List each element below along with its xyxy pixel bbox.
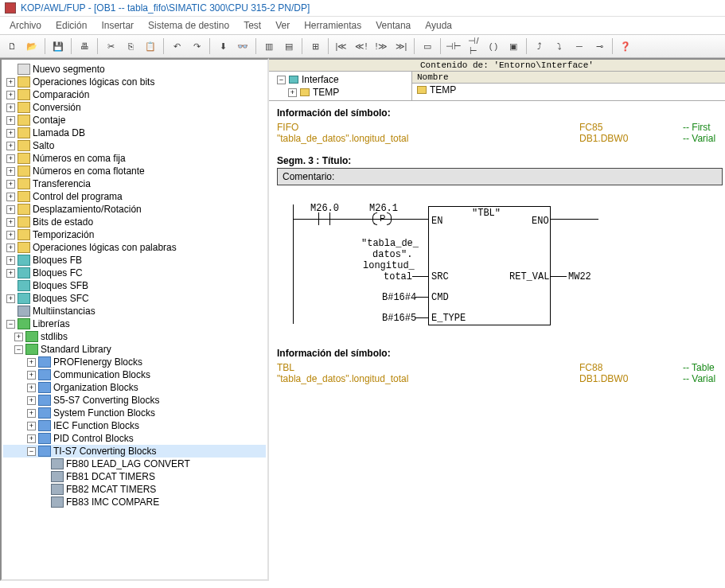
- expand-icon[interactable]: +: [6, 193, 15, 201]
- tree-nuevo-segmento[interactable]: Nuevo segmento: [3, 63, 266, 76]
- interface-tree[interactable]: −Interface +TEMP: [269, 72, 412, 100]
- save-button[interactable]: 💾: [49, 37, 67, 55]
- expand-icon[interactable]: +: [288, 88, 297, 97]
- collapse-icon[interactable]: −: [27, 447, 36, 456]
- tree-op-log-palabras[interactable]: +Operaciones lógicas con palabras: [3, 241, 266, 254]
- expand-icon[interactable]: +: [6, 91, 15, 99]
- tree-conversion[interactable]: +Conversión: [3, 101, 266, 114]
- expand-icon[interactable]: +: [27, 422, 36, 430]
- branch-open-button[interactable]: ⤴: [531, 37, 548, 55]
- tree-multiinstancias[interactable]: Multiinstancias: [3, 305, 266, 317]
- tree-bloques-fb[interactable]: +Bloques FB: [3, 254, 266, 267]
- tree-coma-fija[interactable]: +Números en coma fija: [3, 152, 266, 165]
- expand-icon[interactable]: +: [6, 116, 15, 125]
- tree-tis7[interactable]: −TI-S7 Converting Blocks: [3, 445, 266, 458]
- expand-icon[interactable]: +: [27, 384, 36, 392]
- copy-button[interactable]: ⎘: [122, 37, 139, 55]
- library-tree[interactable]: Nuevo segmento +Operaciones lógicas con …: [2, 60, 267, 579]
- next-button[interactable]: !≫: [372, 37, 390, 55]
- expand-icon[interactable]: +: [6, 154, 15, 163]
- cut-button[interactable]: ✂: [102, 37, 119, 55]
- tree-ctrl-programa[interactable]: +Control del programa: [3, 190, 266, 203]
- tree-org-blocks[interactable]: +Organization Blocks: [3, 381, 266, 394]
- tree-librerias[interactable]: −Librerías: [3, 317, 266, 330]
- monitor-button[interactable]: 👓: [234, 37, 251, 55]
- expand-icon[interactable]: +: [6, 269, 15, 278]
- new-button[interactable]: 🗋: [3, 37, 21, 55]
- collapse-icon[interactable]: −: [277, 76, 286, 84]
- branch-close-button[interactable]: ⤵: [551, 37, 568, 55]
- comment-box[interactable]: Comentario:: [277, 168, 723, 185]
- first-button[interactable]: |≪: [333, 37, 350, 55]
- tree-standard-library[interactable]: −Standard Library: [3, 343, 266, 356]
- tree-s5s7[interactable]: +S5-S7 Converting Blocks: [3, 394, 266, 407]
- tree-bloques-fc[interactable]: +Bloques FC: [3, 267, 266, 279]
- expand-icon[interactable]: +: [27, 434, 36, 443]
- menu-insertar[interactable]: Insertar: [95, 18, 140, 33]
- expand-icon[interactable]: +: [14, 333, 23, 341]
- prev-button[interactable]: ≪!: [353, 37, 370, 55]
- expand-icon[interactable]: +: [6, 129, 15, 138]
- paste-button[interactable]: 📋: [142, 37, 159, 55]
- tree-fb82[interactable]: FB82 MCAT TIMERS: [3, 483, 266, 496]
- tree-coma-flotante[interactable]: +Números en coma flotante: [3, 165, 266, 177]
- print-button[interactable]: 🖶: [76, 37, 93, 55]
- tree-temporizacion[interactable]: +Temporización: [3, 228, 266, 241]
- tree-transferencia[interactable]: +Transferencia: [3, 177, 266, 190]
- menu-ayuda[interactable]: Ayuda: [419, 18, 458, 33]
- catalog-button[interactable]: ▥: [260, 37, 278, 55]
- expand-icon[interactable]: +: [6, 205, 15, 214]
- redo-button[interactable]: ↷: [188, 37, 205, 55]
- contact-no-button[interactable]: ⊣⊢: [445, 37, 462, 55]
- menu-herramientas[interactable]: Herramientas: [298, 18, 368, 33]
- expand-icon[interactable]: +: [27, 409, 36, 418]
- contact-nc-button[interactable]: ⊣/⊢: [465, 37, 482, 55]
- expand-icon[interactable]: +: [6, 243, 15, 252]
- tree-op-log-bits[interactable]: +Operaciones lógicas con bits: [3, 76, 266, 88]
- expand-icon[interactable]: +: [6, 294, 15, 303]
- collapse-icon[interactable]: −: [6, 320, 15, 329]
- conn-button[interactable]: ─: [571, 37, 588, 55]
- open-button[interactable]: 📂: [23, 37, 41, 55]
- menu-archivo[interactable]: Archivo: [3, 18, 48, 33]
- expand-icon[interactable]: +: [6, 167, 15, 176]
- expand-icon[interactable]: +: [6, 256, 15, 265]
- neg-button[interactable]: ⊸: [591, 37, 608, 55]
- expand-icon[interactable]: +: [6, 78, 15, 87]
- row-temp[interactable]: TEMP: [412, 84, 725, 96]
- tree-llamada-db[interactable]: +Llamada DB: [3, 127, 266, 139]
- last-button[interactable]: ≫|: [392, 37, 410, 55]
- undo-button[interactable]: ↶: [168, 37, 185, 55]
- coil-button[interactable]: ( ): [485, 37, 502, 55]
- expand-icon[interactable]: +: [27, 358, 36, 367]
- tree-fb80[interactable]: FB80 LEAD_LAG CONVERT: [3, 458, 266, 470]
- tree-bloques-sfc[interactable]: +Bloques SFC: [3, 292, 266, 305]
- expand-icon[interactable]: +: [6, 231, 15, 239]
- detail-button[interactable]: ▤: [280, 37, 298, 55]
- tree-desplazamiento[interactable]: +Desplazamiento/Rotación: [3, 203, 266, 216]
- tree-fb81[interactable]: FB81 DCAT TIMERS: [3, 470, 266, 483]
- expand-icon[interactable]: +: [6, 142, 15, 150]
- network-button[interactable]: ⊞: [306, 37, 324, 55]
- expand-icon[interactable]: +: [6, 180, 15, 189]
- expand-icon[interactable]: +: [27, 396, 36, 405]
- expand-icon[interactable]: +: [6, 218, 15, 227]
- collapse-icon[interactable]: −: [14, 345, 23, 354]
- ladder-editor[interactable]: Información del símbolo: FIFO FC85 -- Fi…: [269, 101, 725, 581]
- tree-salto[interactable]: +Salto: [3, 139, 266, 152]
- download-button[interactable]: ⬇: [214, 37, 232, 55]
- tree-iec[interactable]: +IEC Function Blocks: [3, 419, 266, 432]
- view-box-button[interactable]: ▭: [419, 37, 436, 55]
- tree-comm-blocks[interactable]: +Communication Blocks: [3, 368, 266, 381]
- tree-sysfn[interactable]: +System Function Blocks: [3, 407, 266, 419]
- menu-ver[interactable]: Ver: [269, 18, 296, 33]
- help-button[interactable]: ❓: [617, 37, 634, 55]
- tree-bits-estado[interactable]: +Bits de estado: [3, 216, 266, 228]
- menu-sistema[interactable]: Sistema de destino: [142, 18, 236, 33]
- expand-icon[interactable]: +: [6, 103, 15, 112]
- menu-ventana[interactable]: Ventana: [369, 18, 417, 33]
- tree-comparacion[interactable]: +Comparación: [3, 88, 266, 101]
- tree-fb83[interactable]: FB83 IMC COMPARE: [3, 496, 266, 508]
- menu-edicion[interactable]: Edición: [49, 18, 93, 33]
- tree-bloques-sfb[interactable]: Bloques SFB: [3, 279, 266, 292]
